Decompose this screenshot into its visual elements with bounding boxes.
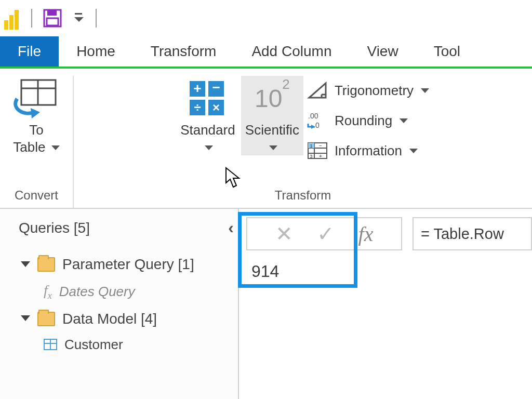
customer-label: Customer: [64, 337, 123, 353]
table-icon: [44, 339, 57, 350]
app-logo-icon: [4, 7, 21, 30]
standard-label: Standard: [180, 122, 235, 138]
data-model-label: Data Model [4]: [62, 311, 157, 327]
svg-text:+: +: [319, 153, 322, 159]
scientific-button[interactable]: 102 Scientific: [241, 76, 303, 155]
svg-text:3: 3: [310, 154, 312, 159]
svg-text:.0: .0: [313, 121, 320, 129]
queries-panel: Queries [5] ‹ Parameter Query [1] fx Dat…: [0, 209, 239, 399]
work-area: Queries [5] ‹ Parameter Query [1] fx Dat…: [0, 209, 532, 399]
query-item-customer[interactable]: Customer: [44, 337, 234, 353]
qat-separator-2: [96, 9, 97, 28]
ribbon-tabs: File Home Transform Add Column View Tool: [0, 36, 532, 69]
svg-rect-1: [47, 10, 57, 16]
tab-tools[interactable]: Tool: [416, 36, 466, 66]
formula-bar-controls: ✕ ✓ fx: [246, 217, 402, 250]
scientific-icon: 102: [249, 77, 296, 119]
qat-customize-dropdown[interactable]: [73, 9, 85, 28]
result-value: 914: [246, 262, 532, 281]
to-table-label: To Table: [13, 122, 45, 155]
folder-icon: [37, 312, 55, 326]
save-icon: [43, 9, 62, 28]
tab-transform[interactable]: Transform: [133, 36, 234, 66]
svg-text:−: −: [319, 143, 322, 149]
svg-rect-2: [47, 18, 58, 25]
ribbon-group-convert: To Table Convert: [0, 76, 74, 208]
formula-bar: ✕ ✓ fx = Table.Row: [246, 217, 532, 250]
group-label-transform: Transform: [275, 188, 331, 203]
quick-access-toolbar: [0, 0, 532, 36]
query-group-parameter[interactable]: Parameter Query [1]: [21, 256, 234, 273]
tab-view[interactable]: View: [349, 36, 416, 66]
information-icon: 1 3 − +: [305, 140, 329, 161]
svg-text:.00: .00: [308, 112, 318, 120]
svg-text:1: 1: [310, 143, 312, 149]
qat-separator: [31, 9, 32, 28]
to-table-icon: [13, 77, 60, 119]
query-item-dates[interactable]: fx Dates Query: [44, 282, 234, 301]
tab-file[interactable]: File: [0, 36, 59, 66]
rounding-icon: .00 .0: [305, 110, 329, 131]
tab-home[interactable]: Home: [59, 36, 133, 66]
dates-query-label: Dates Query: [59, 284, 135, 300]
formula-cancel-icon[interactable]: ✕: [275, 222, 293, 246]
tab-add-column[interactable]: Add Column: [234, 36, 349, 66]
parameter-group-label: Parameter Query [1]: [62, 256, 194, 273]
folder-icon: [37, 257, 55, 272]
svg-text:+: +: [193, 81, 201, 96]
save-button[interactable]: [43, 8, 62, 28]
svg-text:÷: ÷: [194, 100, 201, 114]
fx-icon[interactable]: fx: [358, 222, 374, 246]
expander-icon: [21, 261, 30, 267]
trigonometry-icon: [305, 80, 329, 101]
formula-input[interactable]: = Table.Row: [413, 217, 532, 250]
svg-text:×: ×: [212, 100, 220, 114]
information-label: Information: [335, 143, 402, 159]
collapse-queries-chevron-icon[interactable]: ‹: [228, 218, 234, 237]
standard-button[interactable]: + − ÷ × Standard: [177, 76, 239, 155]
queries-header-label: Queries [5]: [19, 220, 90, 236]
trigonometry-label: Trigonometry: [335, 83, 414, 99]
rounding-label: Rounding: [335, 113, 392, 129]
rounding-button[interactable]: .00 .0 Rounding: [305, 109, 429, 132]
main-area: ✕ ✓ fx = Table.Row 914: [239, 209, 532, 399]
standard-icon: + − ÷ ×: [184, 77, 231, 119]
formula-confirm-icon[interactable]: ✓: [317, 222, 335, 246]
information-button[interactable]: 1 3 − + Information: [305, 139, 429, 162]
transform-small-buttons: Trigonometry .00 .0 Rounding: [305, 76, 429, 162]
query-group-data-model[interactable]: Data Model [4]: [21, 311, 234, 327]
svg-text:−: −: [212, 79, 220, 95]
to-table-button[interactable]: To Table: [5, 76, 68, 155]
fx-icon: fx: [44, 282, 52, 301]
scientific-label: Scientific: [245, 122, 299, 138]
ribbon: To Table Convert + − ÷ ×: [0, 69, 532, 209]
trigonometry-button[interactable]: Trigonometry: [305, 79, 429, 102]
group-label-convert: Convert: [15, 188, 58, 203]
svg-marker-6: [31, 108, 40, 118]
ribbon-group-transform: + − ÷ × Standard 102 S: [74, 76, 532, 208]
expander-icon: [21, 315, 30, 321]
svg-marker-15: [309, 83, 326, 98]
